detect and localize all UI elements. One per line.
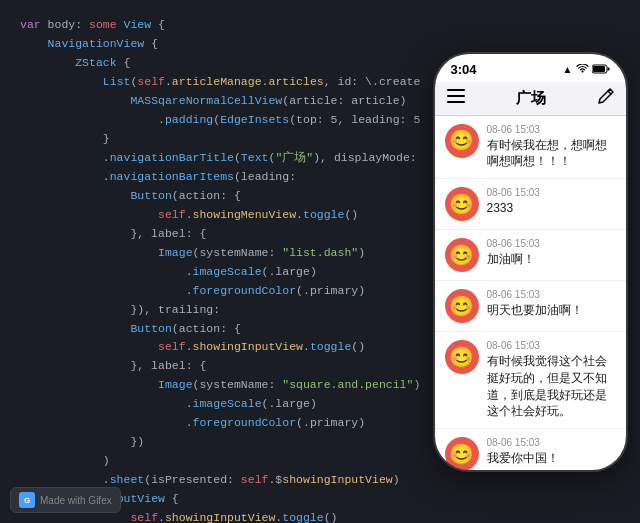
chat-text: 有时候我觉得这个社会挺好玩的，但是又不知道，到底是我好玩还是这个社会好玩。 <box>487 353 616 420</box>
svg-rect-6 <box>447 101 465 103</box>
chat-text: 加油啊！ <box>487 251 616 268</box>
code-line: }, label: { <box>16 225 420 244</box>
chat-item[interactable]: 😊08-06 15:03有时候我觉得这个社会挺好玩的，但是又不知道，到底是我好玩… <box>435 332 626 429</box>
code-line: self.showingInputView.toggle() <box>16 338 420 357</box>
chat-content: 08-06 15:03有时候我觉得这个社会挺好玩的，但是又不知道，到底是我好玩还… <box>487 340 616 420</box>
svg-rect-4 <box>447 89 465 91</box>
code-line: MASSqareNormalCellView(article: article) <box>16 92 420 111</box>
code-line: NavigationView { <box>16 35 420 54</box>
chat-time: 08-06 15:03 <box>487 340 616 351</box>
code-line: Button(action: { <box>16 320 420 339</box>
gifex-label: Made with Gifex <box>40 495 112 506</box>
wifi-icon <box>576 64 589 76</box>
code-line: .navigationBarItems(leading: <box>16 168 420 187</box>
code-line: .padding(EdgeInsets(top: 5, leading: 5, <box>16 111 420 130</box>
code-line: Button(action: { <box>16 187 420 206</box>
phone-mockup: 3:04 ▲ <box>433 52 628 472</box>
status-time: 3:04 <box>451 62 477 77</box>
chat-item[interactable]: 😊08-06 15:03我爱你中国！ <box>435 429 626 469</box>
avatar: 😊 <box>445 124 479 158</box>
code-line: Image(systemName: "list.dash") <box>16 244 420 263</box>
compose-icon[interactable] <box>598 88 614 109</box>
chat-time: 08-06 15:03 <box>487 187 616 198</box>
navbar-title: 广场 <box>516 89 546 108</box>
code-line: self.showingMenuView.toggle() <box>16 206 420 225</box>
chat-content: 08-06 15:032333 <box>487 187 616 217</box>
svg-rect-5 <box>447 95 465 97</box>
chat-text: 有时候我在想，想啊想啊想啊想！！！ <box>487 137 616 171</box>
chat-item[interactable]: 😊08-06 15:032333 <box>435 179 626 230</box>
code-line: List(self.articleManage.articles, id: \.… <box>16 73 420 92</box>
code-line: } <box>16 130 420 149</box>
avatar: 😊 <box>445 187 479 221</box>
chat-list[interactable]: 😊08-06 15:03有时候我在想，想啊想啊想啊想！！！😊08-06 15:0… <box>435 116 626 470</box>
code-line: .foregroundColor(.primary) <box>16 414 420 433</box>
chat-time: 08-06 15:03 <box>487 238 616 249</box>
gifex-logo: G <box>19 492 35 508</box>
chat-item[interactable]: 😊08-06 15:03明天也要加油啊！ <box>435 281 626 332</box>
code-line: .imageScale(.large) <box>16 263 420 282</box>
code-line: }, label: { <box>16 357 420 376</box>
signal-icon: ▲ <box>563 64 573 75</box>
avatar: 😊 <box>445 437 479 469</box>
chat-item[interactable]: 😊08-06 15:03加油啊！ <box>435 230 626 281</box>
code-line: .foregroundColor(.primary) <box>16 282 420 301</box>
avatar: 😊 <box>445 289 479 323</box>
chat-text: 我爱你中国！ <box>487 450 616 467</box>
phone-container: 3:04 ▲ <box>420 0 640 523</box>
phone-navbar: 广场 <box>435 82 626 116</box>
chat-time: 08-06 15:03 <box>487 437 616 448</box>
svg-rect-2 <box>593 66 605 72</box>
battery-icon <box>592 64 610 76</box>
gifex-badge: G Made with Gifex <box>10 487 121 513</box>
chat-content: 08-06 15:03有时候我在想，想啊想啊想啊想！！！ <box>487 124 616 171</box>
code-line: ZStack { <box>16 54 420 73</box>
chat-content: 08-06 15:03明天也要加油啊！ <box>487 289 616 319</box>
avatar: 😊 <box>445 238 479 272</box>
phone-status-bar: 3:04 ▲ <box>435 54 626 82</box>
code-editor: var body: some View { NavigationView { Z… <box>0 0 420 523</box>
code-line: }), trailing: <box>16 301 420 320</box>
code-line: Image(systemName: "square.and.pencil") <box>16 376 420 395</box>
code-line: .imageScale(.large) <box>16 395 420 414</box>
chat-item[interactable]: 😊08-06 15:03有时候我在想，想啊想啊想啊想！！！ <box>435 116 626 180</box>
chat-text: 2333 <box>487 200 616 217</box>
code-line: var body: some View { <box>16 16 420 35</box>
svg-point-0 <box>581 70 583 72</box>
chat-time: 08-06 15:03 <box>487 124 616 135</box>
status-icons: ▲ <box>563 64 610 76</box>
chat-content: 08-06 15:03我爱你中国！ <box>487 437 616 467</box>
code-line: .navigationBarTitle(Text("广场"), displayM… <box>16 149 420 168</box>
menu-icon[interactable] <box>447 89 465 108</box>
code-line: }) <box>16 433 420 452</box>
chat-time: 08-06 15:03 <box>487 289 616 300</box>
code-line: ) <box>16 452 420 471</box>
svg-rect-3 <box>607 67 609 70</box>
chat-content: 08-06 15:03加油啊！ <box>487 238 616 268</box>
avatar: 😊 <box>445 340 479 374</box>
chat-text: 明天也要加油啊！ <box>487 302 616 319</box>
